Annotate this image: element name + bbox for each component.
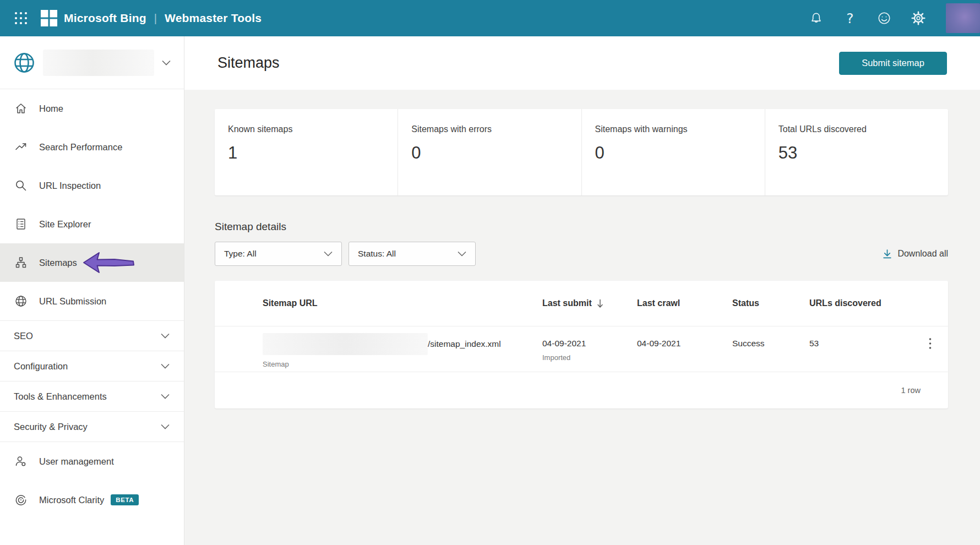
sidebar-item-label: Home (39, 103, 63, 114)
status-cell: Success (732, 333, 809, 348)
sidebar-group-label: Tools & Enhancements (14, 391, 107, 402)
search-icon (14, 178, 28, 193)
table-header-row: Sitemap URL Last submit La (215, 281, 948, 326)
type-filter-dropdown[interactable]: Type: All (215, 242, 342, 266)
stat-card-sitemaps-with-errors: Sitemaps with errors 0 (398, 109, 581, 195)
stat-label: Total URLs discovered (778, 124, 948, 134)
stat-label: Sitemaps with warnings (595, 124, 765, 134)
trend-up-icon (14, 140, 28, 154)
redacted-url-block (263, 333, 428, 355)
site-globe-icon (13, 52, 35, 74)
chevron-down-icon (161, 363, 170, 369)
sitemap-url-cell[interactable]: /sitemap_index.xml Sitemap (215, 333, 542, 368)
brand-divider: | (154, 12, 157, 25)
user-avatar[interactable] (946, 3, 980, 33)
feedback-smiley-icon[interactable] (872, 6, 896, 30)
sidebar-item-label: Sitemaps (39, 258, 77, 268)
page-title: Sitemaps (217, 54, 280, 72)
row-actions-kebab-icon[interactable] (914, 333, 948, 350)
sidebar-item-label: Site Explorer (39, 219, 91, 230)
redacted-site-name (43, 50, 154, 76)
beta-badge: BETA (111, 494, 139, 505)
sitemap-hierarchy-icon (14, 255, 28, 270)
download-all-link[interactable]: Download all (882, 249, 948, 259)
top-bar: Microsoft Bing | Webmaster Tools ? (0, 0, 980, 36)
column-header-urls-discovered[interactable]: URLs discovered (809, 298, 914, 308)
last-crawl-cell: 04-09-2021 (637, 333, 732, 348)
status-filter-dropdown[interactable]: Status: All (349, 242, 476, 266)
site-selector[interactable] (0, 36, 184, 89)
sidebar-item-label: Search Performance (39, 142, 122, 152)
brand-name[interactable]: Microsoft Bing (64, 12, 146, 25)
sitemaps-table: Sitemap URL Last submit La (215, 281, 948, 408)
page-header: Sitemaps Submit sitemap (184, 36, 980, 90)
stat-label: Known sitemaps (228, 124, 398, 134)
stat-value: 0 (595, 143, 765, 163)
sidebar-item-user-management[interactable]: User management (0, 442, 184, 481)
microsoft-clarity-icon (14, 493, 28, 507)
section-heading-sitemap-details: Sitemap details (215, 221, 948, 233)
notifications-bell-icon[interactable] (804, 6, 828, 30)
product-name[interactable]: Webmaster Tools (165, 12, 262, 25)
table-row: /sitemap_index.xml Sitemap 04-09-2021 Im… (215, 326, 948, 372)
sidebar-item-microsoft-clarity[interactable]: Microsoft Clarity BETA (0, 481, 184, 519)
submit-sitemap-button[interactable]: Submit sitemap (839, 52, 947, 75)
chevron-down-icon (161, 333, 170, 339)
main-content: Sitemaps Submit sitemap Known sitemaps 1… (184, 36, 980, 545)
chevron-down-icon (458, 251, 466, 257)
sidebar-item-url-inspection[interactable]: URL Inspection (0, 166, 184, 205)
last-submit-cell: 04-09-2021 Imported (542, 333, 637, 362)
sort-descending-icon (597, 299, 603, 308)
column-header-sitemap-url[interactable]: Sitemap URL (215, 298, 542, 308)
row-count: 1 row (901, 386, 921, 395)
sidebar-item-search-performance[interactable]: Search Performance (0, 128, 184, 166)
sidebar-group-label: Configuration (14, 361, 68, 372)
status-filter-value: Status: All (358, 249, 396, 259)
last-crawl-date: 04-09-2021 (637, 339, 732, 348)
column-header-last-crawl[interactable]: Last crawl (637, 298, 732, 308)
stat-value: 53 (778, 143, 948, 163)
filters-row: Type: All Status: All (215, 242, 948, 266)
sidebar-group-tools-enhancements[interactable]: Tools & Enhancements (0, 381, 184, 411)
chevron-down-icon (324, 251, 333, 257)
sidebar-group-label: Security & Privacy (14, 422, 88, 432)
column-header-last-submit[interactable]: Last submit (542, 298, 637, 308)
sitemap-url-suffix: /sitemap_index.xml (428, 339, 501, 349)
settings-gear-icon[interactable] (906, 6, 930, 30)
app-launcher-waffle-icon[interactable] (10, 7, 32, 29)
help-icon[interactable]: ? (838, 6, 862, 30)
sidebar-group-seo[interactable]: SEO (0, 320, 184, 351)
download-all-label: Download all (897, 249, 948, 259)
sidebar-item-label: User management (39, 456, 114, 467)
sidebar-item-label: Microsoft Clarity (39, 495, 104, 505)
sidebar-item-label: URL Submission (39, 296, 106, 307)
home-icon (14, 101, 28, 116)
stat-card-sitemaps-with-warnings: Sitemaps with warnings 0 (582, 109, 765, 195)
sidebar-item-site-explorer[interactable]: Site Explorer (0, 205, 184, 243)
user-management-icon (14, 454, 28, 468)
sidebar-item-home[interactable]: Home (0, 89, 184, 128)
stat-label: Sitemaps with errors (411, 124, 581, 134)
download-icon (882, 249, 892, 259)
stats-row: Known sitemaps 1 Sitemaps with errors 0 … (215, 109, 948, 195)
column-header-label: Last submit (542, 298, 592, 308)
sidebar-group-label: SEO (14, 331, 33, 341)
stat-card-total-urls-discovered: Total URLs discovered 53 (765, 109, 948, 195)
status-value: Success (732, 339, 809, 348)
microsoft-logo-icon (41, 10, 57, 26)
sidebar-item-label: URL Inspection (39, 181, 101, 191)
sidebar-item-sitemaps[interactable]: Sitemaps (0, 243, 184, 282)
globe-icon (14, 294, 28, 308)
urls-discovered-cell: 53 (809, 333, 914, 348)
sidebar-item-url-submission[interactable]: URL Submission (0, 282, 184, 320)
urls-discovered-value: 53 (809, 339, 914, 348)
sidebar-group-configuration[interactable]: Configuration (0, 351, 184, 381)
sidebar: Home Search Performance URL Inspection (0, 36, 184, 545)
table-footer: 1 row (215, 372, 948, 408)
chevron-down-icon (161, 394, 170, 399)
document-list-icon (14, 217, 28, 231)
sidebar-group-security-privacy[interactable]: Security & Privacy (0, 411, 184, 442)
stat-value: 0 (411, 143, 581, 163)
column-header-status[interactable]: Status (732, 298, 809, 308)
stat-value: 1 (228, 143, 398, 163)
